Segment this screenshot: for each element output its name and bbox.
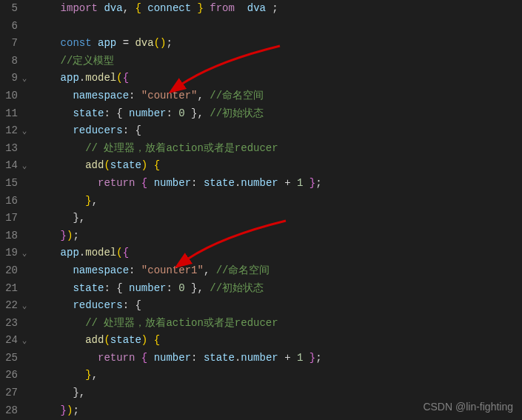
code-line[interactable]: app.model({ [36,70,522,87]
code-line[interactable]: namespace: "counter1", //命名空间 [36,262,522,280]
fold-indicator [21,315,31,333]
code-line[interactable]: add(state) { [36,157,522,175]
fold-indicator[interactable]: ⌄ [21,157,31,175]
fold-indicator [21,384,31,402]
code-line[interactable]: }, [36,210,522,227]
line-number: 17 [0,210,18,227]
code-line[interactable]: app.model({ [36,244,522,262]
fold-indicator [21,18,31,36]
code-line[interactable]: //定义模型 [36,53,522,70]
line-number: 15 [0,175,18,193]
line-number: 7 [0,35,18,53]
code-line[interactable]: import dva, { connect } from dva ; [36,0,522,18]
line-number: 28 [0,402,18,420]
line-number: 11 [0,105,18,123]
line-number: 18 [0,227,18,245]
line-number: 14 [0,157,18,175]
fold-column[interactable]: ⌄⌄⌄⌄⌄⌄ [21,0,31,420]
chevron-down-icon[interactable]: ⌄ [21,123,28,141]
code-line[interactable]: namespace: "counter", //命名空间 [36,87,522,105]
code-line[interactable]: }, [36,193,522,210]
chevron-down-icon[interactable]: ⌄ [21,245,28,263]
code-line[interactable]: state: { number: 0 }, //初始状态 [36,105,522,123]
code-line[interactable]: // 处理器，放着action或者是reducer [36,315,522,333]
line-number: 22 [0,297,18,315]
code-line[interactable]: return { number: state.number + 1 }; [36,175,522,193]
code-area[interactable]: import dva, { connect } from dva ; const… [31,0,522,420]
fold-indicator [21,35,31,53]
line-number: 21 [0,280,18,298]
line-number: 20 [0,262,18,280]
line-number: 8 [0,53,18,70]
code-line[interactable]: reducers: { [36,297,522,315]
line-number: 23 [0,315,18,333]
chevron-down-icon[interactable]: ⌄ [21,333,28,350]
code-line[interactable]: const app = dva(); [36,35,522,53]
line-number: 16 [0,193,18,210]
code-line[interactable]: reducers: { [36,122,522,140]
fold-indicator[interactable]: ⌄ [21,244,31,262]
fold-indicator [21,367,31,384]
line-number: 19 [0,244,18,262]
fold-indicator [21,210,31,227]
fold-indicator [21,262,31,280]
fold-indicator [21,402,31,420]
line-number-gutter: 5678910111213141516171819202122232425262… [0,0,21,420]
code-line[interactable] [36,18,522,36]
line-number: 10 [0,87,18,105]
code-line[interactable]: return { number: state.number + 1 }; [36,350,522,367]
fold-indicator [21,175,31,193]
fold-indicator [21,140,31,158]
fold-indicator [21,280,31,298]
fold-indicator[interactable]: ⌄ [21,297,31,315]
fold-indicator [21,53,31,70]
code-line[interactable]: state: { number: 0 }, //初始状态 [36,280,522,298]
fold-indicator [21,0,31,18]
fold-indicator[interactable]: ⌄ [21,122,31,140]
chevron-down-icon[interactable]: ⌄ [21,158,28,176]
line-number: 13 [0,140,18,158]
code-line[interactable]: }, [36,367,522,384]
chevron-down-icon[interactable]: ⌄ [21,298,28,316]
line-number: 27 [0,384,18,402]
chevron-down-icon[interactable]: ⌄ [21,70,28,88]
code-line[interactable]: }, [36,384,522,402]
code-line[interactable]: // 处理器，放着action或者是reducer [36,140,522,158]
fold-indicator [21,87,31,105]
line-number: 12 [0,122,18,140]
code-line[interactable]: add(state) { [36,332,522,350]
fold-indicator [21,227,31,245]
line-number: 9 [0,70,18,87]
fold-indicator[interactable]: ⌄ [21,70,31,87]
fold-indicator [21,193,31,210]
code-line[interactable]: }); [36,227,522,245]
line-number: 25 [0,350,18,367]
line-number: 5 [0,0,18,18]
watermark: CSDN @lin-fighting [423,401,513,413]
line-number: 6 [0,18,18,36]
fold-indicator [21,350,31,367]
fold-indicator[interactable]: ⌄ [21,332,31,350]
line-number: 24 [0,332,18,350]
code-editor[interactable]: 5678910111213141516171819202122232425262… [0,0,522,420]
line-number: 26 [0,367,18,384]
fold-indicator [21,105,31,123]
